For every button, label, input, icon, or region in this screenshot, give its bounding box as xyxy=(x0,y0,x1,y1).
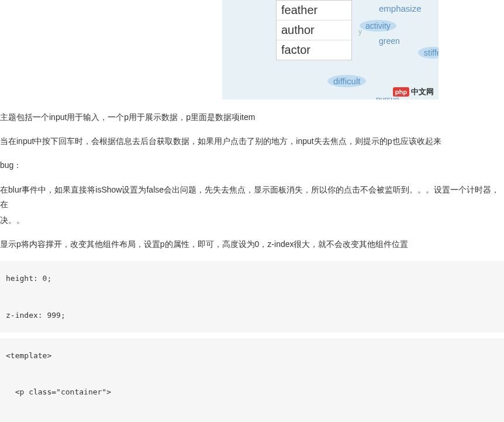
autocomplete-item[interactable]: author xyxy=(277,20,351,40)
article-content: 主题包括一个input用于输入，一个p用于展示数据，p里面是数据项item 当在… xyxy=(0,110,504,422)
code-block-css: height: 0; z-index: 999; xyxy=(0,261,504,332)
code-line: <template> xyxy=(6,351,51,360)
code-line: z-index: 999; xyxy=(6,311,65,320)
paragraph: 在blur事件中，如果直接将isShow设置为false会出问题，先失去焦点，显… xyxy=(0,183,504,212)
cloud-word: emphasize xyxy=(374,2,426,15)
code-line: <p class="container"> xyxy=(6,387,111,396)
autocomplete-item[interactable]: factor xyxy=(277,40,351,60)
cloud-word: difficult xyxy=(327,75,366,87)
php-cn-logo: php 中文网 xyxy=(393,87,434,97)
paragraph: 当在input中按下回车时，会根据信息去后台获取数据，如果用户点击了别的地方，i… xyxy=(0,134,504,149)
paragraph: 决。。 xyxy=(0,213,504,228)
bug-heading: bug： xyxy=(0,158,504,173)
paragraph: 主题包括一个input用于输入，一个p用于展示数据，p里面是数据项item xyxy=(0,110,504,125)
cloud-word: y xyxy=(354,26,367,37)
word-cloud-widget: feather author factor emphasizeactivityg… xyxy=(222,0,439,100)
code-line: height: 0; xyxy=(6,274,51,283)
code-block-template: <template> <p class="container"> <input … xyxy=(0,338,504,422)
cloud-word: stiffe xyxy=(418,47,439,59)
php-logo-text: 中文网 xyxy=(411,87,434,97)
autocomplete-dropdown: feather author factor xyxy=(276,0,352,60)
paragraph: 显示p将内容撑开，改变其他组件布局，设置p的属性，即可，高度设为0，z-inde… xyxy=(0,237,504,252)
cloud-word: green xyxy=(374,35,405,47)
php-logo-icon: php xyxy=(393,87,409,97)
autocomplete-item[interactable]: feather xyxy=(277,1,351,20)
